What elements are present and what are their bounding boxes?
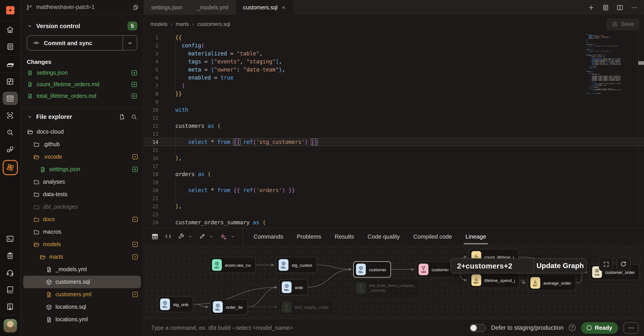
command-bar[interactable]: Type a command, ex. dbt build --select <… bbox=[144, 319, 644, 336]
dbt-copilot-atom-icon[interactable] bbox=[0, 158, 20, 177]
code-line-5[interactable]: 5 meta = {"owner": "data-team"}, bbox=[144, 66, 644, 74]
scrollbar-thumb[interactable] bbox=[638, 61, 644, 65]
dbt-logo-icon[interactable] bbox=[0, 0, 20, 20]
lineage-canvas[interactable]: 2+customers+2 Update Graph SRCecom.raw_c… bbox=[144, 244, 644, 319]
code-line-1[interactable]: 1{{ bbox=[144, 33, 644, 41]
command-input[interactable]: Type a command, ex. dbt build --select <… bbox=[151, 324, 464, 331]
chevron-down-icon[interactable] bbox=[230, 234, 235, 239]
code-line-16[interactable]: 16), bbox=[144, 154, 644, 162]
change-item-count_lifetime_orders.md[interactable]: count_lifetime_orders.md bbox=[20, 79, 144, 90]
panel-tab-lineage[interactable]: Lineage bbox=[466, 228, 486, 244]
status-badge[interactable]: Ready bbox=[581, 322, 618, 334]
lineage-node-sem[interactable]: SEMcustomers bbox=[416, 261, 454, 278]
defer-toggle[interactable] bbox=[470, 324, 486, 332]
tree-item-data-tests[interactable]: data-tests bbox=[23, 188, 141, 201]
notebook-icon[interactable] bbox=[0, 38, 20, 55]
code-line-8[interactable]: 8}} bbox=[144, 90, 644, 98]
code-line-4[interactable]: 4 tags = ["events", "staging"], bbox=[144, 58, 644, 66]
clipboard-icon[interactable] bbox=[0, 247, 20, 264]
modified-dot-badge[interactable] bbox=[132, 241, 138, 248]
panel-tab-compiled-code[interactable]: Compiled code bbox=[413, 228, 452, 244]
results-table-icon[interactable] bbox=[151, 233, 159, 240]
modified-dot-badge[interactable] bbox=[132, 254, 138, 260]
chevron-down-icon[interactable] bbox=[209, 234, 214, 239]
catalog-search-icon[interactable] bbox=[0, 124, 20, 141]
tree-item-marts[interactable]: marts bbox=[23, 251, 141, 263]
studio-editor-icon[interactable] bbox=[0, 90, 20, 107]
tree-item-settings-json[interactable]: settings.json bbox=[23, 163, 141, 176]
code-preview-icon[interactable] bbox=[164, 233, 172, 240]
lint-fix-icon[interactable] bbox=[198, 233, 206, 240]
code-line-17[interactable]: 17 bbox=[144, 162, 644, 170]
code-line-22[interactable]: 22), bbox=[144, 202, 644, 210]
update-graph-button[interactable]: Update Graph bbox=[534, 259, 586, 273]
stage-plus-icon[interactable] bbox=[131, 81, 137, 88]
code-line-21[interactable]: 21 bbox=[144, 194, 644, 202]
chevron-down-icon[interactable] bbox=[188, 234, 193, 239]
panel-tab-problems[interactable]: Problems bbox=[297, 228, 321, 244]
tree-item-docs[interactable]: docs bbox=[23, 213, 141, 226]
change-item-total_lifetime_orders.md[interactable]: total_lifetime_orders.md bbox=[20, 90, 144, 102]
canvas-icon[interactable] bbox=[0, 107, 20, 124]
lineage-node-raw[interactable]: SRCecom.raw_customers bbox=[209, 257, 256, 273]
code-line-2[interactable]: 2 config( bbox=[144, 41, 644, 50]
version-control-header[interactable]: Version control 5 bbox=[20, 20, 144, 32]
lineage-node-testoi[interactable]: TSTtest_order_items_compute_to_bools _co… bbox=[353, 278, 420, 298]
notebook-panel-icon[interactable] bbox=[602, 4, 609, 11]
staged-plus-badge[interactable] bbox=[132, 166, 138, 172]
lineage-node-tests[interactable]: TSTtest_supply_costs_sum_correctly bbox=[279, 299, 334, 315]
code-line-9[interactable]: 9 bbox=[144, 98, 644, 106]
docs-book-icon[interactable] bbox=[0, 281, 20, 298]
panel-tab-results[interactable]: Results bbox=[335, 228, 354, 244]
tree-item-analyses[interactable]: analyses bbox=[23, 176, 141, 188]
minimap[interactable]: {{ config( materialized = "table", tags … bbox=[586, 33, 621, 225]
code-line-15[interactable]: 15 bbox=[144, 146, 644, 154]
tab-settings-json[interactable]: settings.json bbox=[144, 0, 190, 15]
code-line-13[interactable]: 13 bbox=[144, 130, 644, 138]
modified-dot-badge[interactable] bbox=[132, 291, 138, 298]
modified-dot-badge[interactable] bbox=[132, 216, 138, 223]
tab-_models-yml[interactable]: _models.yml bbox=[190, 0, 236, 15]
code-line-24[interactable]: 24customer_orders_summary as ( bbox=[144, 219, 644, 227]
code-line-18[interactable]: 18orders as ( bbox=[144, 170, 644, 178]
more-options-icon[interactable] bbox=[630, 4, 638, 11]
code-line-11[interactable]: 11 bbox=[144, 114, 644, 122]
git-branch-row[interactable]: matthewshaver-patch-1 bbox=[20, 0, 144, 15]
panel-tab-code-quality[interactable]: Code quality bbox=[368, 228, 400, 244]
lineage-selector-input[interactable]: 2+customers+2 bbox=[451, 259, 534, 273]
code-line-23[interactable]: 23 bbox=[144, 210, 644, 219]
save-button[interactable]: Save bbox=[606, 18, 640, 30]
terminal-icon[interactable] bbox=[0, 230, 20, 247]
tree-item-docs-cloud[interactable]: docs-cloud bbox=[23, 126, 141, 138]
code-content[interactable]: 1{{2 config(3 materialized = "table",4 t… bbox=[144, 33, 644, 228]
organization-building-icon[interactable] bbox=[0, 298, 20, 315]
tree-item--github[interactable]: .github bbox=[23, 138, 141, 151]
tree-item--vscode[interactable]: .vscode bbox=[23, 151, 141, 163]
tree-item-models[interactable]: models bbox=[23, 238, 141, 251]
copy-icon[interactable] bbox=[132, 4, 139, 10]
environments-icon[interactable] bbox=[0, 55, 20, 72]
tree-item-macros[interactable]: macros bbox=[23, 226, 141, 238]
help-question-icon[interactable]: ? bbox=[569, 324, 576, 331]
stage-plus-icon[interactable] bbox=[131, 70, 137, 76]
tab-customers-sql[interactable]: customers.sql bbox=[236, 0, 293, 15]
new-file-icon[interactable] bbox=[118, 113, 125, 120]
lineage-node-orders[interactable]: MDLorders bbox=[279, 279, 308, 295]
code-line-14[interactable]: 14 select * from {{ ref('stg_customers')… bbox=[144, 138, 644, 146]
tree-item-_models-yml[interactable]: _models.yml bbox=[23, 263, 141, 276]
file-explorer-header[interactable]: File explorer bbox=[20, 108, 144, 126]
lineage-fullscreen-button[interactable] bbox=[599, 257, 613, 271]
lineage-node-stgo[interactable]: MDLstg_orders bbox=[158, 296, 193, 312]
home-icon[interactable] bbox=[0, 21, 20, 38]
code-line-20[interactable]: 20 select * from {{ ref('orders') }} bbox=[144, 186, 644, 194]
copilot-sparkle-icon[interactable] bbox=[220, 233, 227, 240]
support-headset-icon[interactable] bbox=[0, 264, 20, 281]
tree-item-locations-sql[interactable]: locations.sql bbox=[23, 301, 141, 313]
tree-item-customers-yml[interactable]: customers.yml bbox=[23, 288, 141, 301]
split-editor-icon[interactable] bbox=[616, 4, 624, 11]
lineage-node-com[interactable]: SVQcustomer_order_metrics bbox=[590, 264, 640, 280]
dashboard-icon[interactable] bbox=[0, 73, 20, 90]
breadcrumb-item-marts[interactable]: marts bbox=[176, 21, 189, 27]
close-icon[interactable] bbox=[281, 5, 286, 9]
orchestration-icon[interactable] bbox=[0, 141, 20, 158]
